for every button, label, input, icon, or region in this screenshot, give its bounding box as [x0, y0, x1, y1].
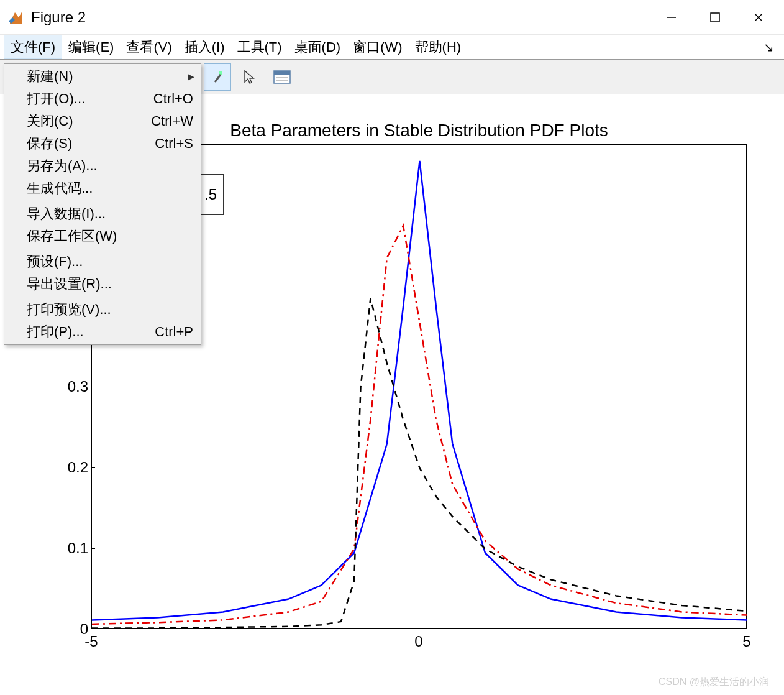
window-controls: [650, 2, 780, 33]
menu-edit[interactable]: 编辑(E): [62, 35, 120, 59]
titlebar: Figure 2: [0, 0, 784, 35]
menu-item-shortcut: Ctrl+O: [153, 91, 193, 107]
window-title: Figure 2: [31, 9, 86, 26]
menu-file[interactable]: 文件(F): [4, 35, 62, 59]
series-beta-=-1: [92, 298, 747, 628]
submenu-arrow-icon: ▶: [188, 71, 194, 81]
file-menu-item[interactable]: 预设(F)...: [4, 251, 201, 273]
menu-item-label: 预设(F)...: [27, 252, 193, 271]
x-tick-label: -5: [84, 633, 98, 650]
file-menu-item[interactable]: 导出设置(R)...: [4, 273, 201, 295]
file-menu-item[interactable]: 打印预览(V)...: [4, 298, 201, 321]
file-menu-item[interactable]: 关闭(C)Ctrl+W: [4, 110, 201, 132]
menu-window[interactable]: 窗口(W): [347, 35, 408, 59]
svg-rect-9: [274, 71, 290, 75]
titlebar-left: Figure 2: [7, 9, 86, 26]
menu-separator: [7, 297, 198, 297]
menu-item-label: 保存(S): [27, 134, 155, 153]
menu-help[interactable]: 帮助(H): [409, 35, 468, 59]
legend-fragment[interactable]: .5: [198, 174, 224, 215]
file-menu-item[interactable]: 另存为(A)...: [4, 155, 201, 177]
file-menu-item[interactable]: 新建(N)▶: [4, 65, 201, 88]
menubar: 文件(F) 编辑(E) 查看(V) 插入(I) 工具(T) 桌面(D) 窗口(W…: [0, 35, 784, 60]
file-menu-item[interactable]: 保存(S)Ctrl+S: [4, 132, 201, 155]
menu-desktop[interactable]: 桌面(D): [288, 35, 347, 59]
file-menu-item[interactable]: 保存工作区(W): [4, 225, 201, 247]
watermark: CSDN @热爱生活的小润: [659, 676, 769, 689]
menu-item-shortcut: Ctrl+P: [155, 324, 193, 340]
menu-item-label: 打印(P)...: [27, 323, 155, 341]
y-tick-label: 0: [51, 620, 88, 638]
menu-view[interactable]: 查看(V): [120, 35, 178, 59]
y-tick-label: 0.1: [51, 540, 88, 557]
close-button[interactable]: [737, 2, 780, 33]
file-menu-item[interactable]: 打印(P)...Ctrl+P: [4, 321, 201, 343]
menu-item-label: 保存工作区(W): [27, 227, 193, 246]
y-tick-label: 0.2: [51, 459, 88, 476]
toolbar-button-inspector[interactable]: [268, 63, 296, 91]
menu-item-shortcut: Ctrl+S: [155, 136, 193, 152]
file-menu-item[interactable]: 打开(O)...Ctrl+O: [4, 88, 201, 110]
menu-item-label: 另存为(A)...: [27, 157, 193, 175]
menu-tools[interactable]: 工具(T): [231, 35, 288, 59]
minimize-button[interactable]: [650, 2, 693, 33]
file-menu-item[interactable]: 导入数据(I)...: [4, 203, 201, 225]
menu-separator: [7, 249, 198, 249]
menu-separator: [7, 201, 198, 201]
menu-item-label: 关闭(C): [27, 112, 151, 131]
menu-item-label: 导出设置(R)...: [27, 275, 193, 293]
toolbar-button-brush[interactable]: [204, 63, 231, 91]
menu-item-label: 打开(O)...: [27, 90, 153, 108]
maximize-button[interactable]: [693, 2, 737, 33]
file-menu-item[interactable]: 生成代码...: [4, 177, 201, 200]
x-tick-label: 0: [414, 633, 422, 650]
svg-line-7: [215, 75, 221, 82]
menu-item-label: 生成代码...: [27, 179, 193, 198]
menu-insert[interactable]: 插入(I): [178, 35, 231, 59]
menu-item-label: 导入数据(I)...: [27, 205, 193, 223]
x-tick-label: 5: [742, 633, 750, 650]
menu-item-label: 新建(N): [27, 67, 193, 86]
menu-item-label: 打印预览(V)...: [27, 300, 193, 319]
matlab-app-icon: [7, 9, 25, 26]
svg-rect-6: [219, 71, 222, 75]
file-menu-dropdown: 新建(N)▶打开(O)...Ctrl+O关闭(C)Ctrl+W保存(S)Ctrl…: [4, 63, 201, 345]
svg-rect-3: [711, 13, 719, 22]
menu-item-shortcut: Ctrl+W: [151, 113, 193, 129]
toolbar-button-pointer[interactable]: [236, 63, 263, 91]
y-tick-label: 0.3: [51, 378, 88, 395]
dock-arrow-icon[interactable]: ↘: [763, 35, 778, 59]
